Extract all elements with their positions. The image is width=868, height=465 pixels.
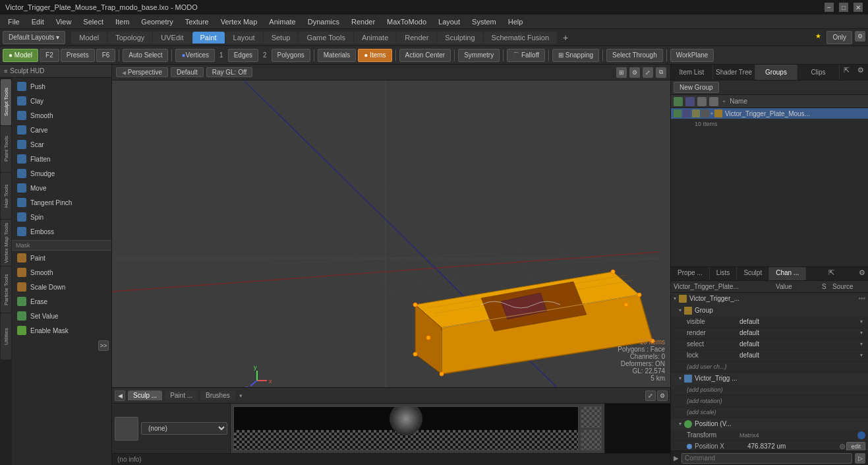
viewport[interactable]: x y z 10 Items Polygons : Face Channels:… — [112, 80, 670, 387]
workplane-btn[interactable]: WorkPlane — [670, 49, 714, 62]
menu-help[interactable]: Help — [503, 16, 529, 27]
tool-move[interactable]: Move — [12, 181, 111, 195]
falloff-btn[interactable]: ⌒ Falloff — [507, 49, 545, 62]
tool-carve[interactable]: Carve — [12, 123, 111, 137]
cmd-run-btn[interactable]: ▷ — [855, 453, 865, 464]
group-header[interactable]: ▾ Group — [671, 305, 868, 317]
tool-smudge[interactable]: Smudge — [12, 166, 111, 181]
prop-pos-x[interactable]: Position X 476.8372 um edit — [671, 441, 868, 451]
add-tab-button[interactable]: + — [558, 31, 573, 44]
materials-btn[interactable]: Materials — [318, 49, 357, 62]
menu-layout[interactable]: Layout — [433, 16, 465, 27]
tool-scale-down[interactable]: Scale Down — [12, 280, 111, 294]
tool-erase[interactable]: Erase — [12, 294, 111, 309]
tab-topology[interactable]: Topology — [107, 32, 152, 44]
model-mode-btn[interactable]: ● Model — [3, 49, 38, 62]
items-btn[interactable]: ● Items — [358, 49, 391, 62]
lock-dropdown-arrow[interactable]: ▾ — [857, 352, 865, 358]
style-btn[interactable]: Default — [171, 67, 204, 77]
menu-dynamics[interactable]: Dynamics — [303, 16, 345, 27]
tab-model[interactable]: Model — [71, 32, 107, 44]
viewport-split-icon[interactable]: ⧉ — [656, 67, 666, 78]
tab-animate[interactable]: Animate — [354, 32, 396, 44]
f6-btn[interactable]: F6 — [96, 49, 116, 62]
select-through-btn[interactable]: Select Through — [606, 49, 663, 62]
raygl-btn[interactable]: Ray GL: Off — [206, 67, 253, 77]
expand-tools-btn[interactable]: >> — [98, 340, 109, 351]
bottom-tab-sculp[interactable]: Sculp ... — [128, 390, 162, 400]
bottom-tab-paint[interactable]: Paint ... — [165, 390, 198, 400]
bottom-expand-icon[interactable]: ◀ — [115, 390, 125, 401]
tab-schematic[interactable]: Schematic Fusion — [484, 32, 557, 44]
action-center-btn[interactable]: Action Center — [399, 49, 451, 62]
ptab-channels[interactable]: Chan ... — [769, 267, 806, 280]
select-dropdown-arrow[interactable]: ▾ — [857, 341, 865, 347]
menu-view[interactable]: View — [51, 16, 77, 27]
bottom-settings-btn[interactable]: ⚙ — [657, 390, 668, 401]
minimize-button[interactable]: − — [825, 3, 834, 12]
perspective-btn[interactable]: ◀ Perspective — [116, 67, 168, 77]
utilities-vtab[interactable]: Utilities — [1, 313, 11, 359]
brushes-dropdown[interactable]: ▾ — [238, 392, 244, 399]
polygons-btn[interactable]: Polygons — [272, 49, 310, 62]
menu-system[interactable]: System — [467, 16, 502, 27]
particle-tools-vtab[interactable]: Particle Tools — [1, 266, 11, 313]
bottom-tab-brushes[interactable]: Brushes — [200, 390, 235, 400]
tool-smooth[interactable]: Smooth — [12, 108, 111, 123]
tool-push[interactable]: Push — [12, 79, 111, 94]
tab-uvedit[interactable]: UVEdit — [153, 32, 191, 44]
settings-icon[interactable]: ⚙ — [855, 31, 865, 42]
group-row-root[interactable]: ▾ Victor_Trigger_Plate_Mous... — [671, 108, 868, 119]
menu-file[interactable]: File — [3, 16, 25, 27]
rtab-groups[interactable]: Groups — [755, 65, 797, 80]
hair-tools-vtab[interactable]: Hair Tools — [1, 173, 11, 219]
auto-select-btn[interactable]: Auto Select — [123, 49, 168, 62]
rtab-item-list[interactable]: Item List — [671, 65, 713, 80]
menu-vertex-map[interactable]: Vertex Map — [216, 16, 263, 27]
tool-scar[interactable]: Scar — [12, 137, 111, 152]
layouts-dropdown[interactable]: Default Layouts ▾ — [3, 31, 65, 44]
tool-clay[interactable]: Clay — [12, 94, 111, 108]
tool-flatten[interactable]: Flatten — [12, 152, 111, 166]
render-dropdown-arrow[interactable]: ▾ — [857, 330, 865, 336]
ptab-settings[interactable]: ⚙ — [856, 267, 868, 280]
f2-btn[interactable]: F2 — [40, 49, 59, 62]
rtab-clips[interactable]: Clips — [797, 65, 840, 80]
menu-maxtomodo[interactable]: MaxToModo — [382, 16, 432, 27]
ptab-properties[interactable]: Prope ... — [671, 267, 710, 280]
vertex-map-tools-vtab[interactable]: Vertex Map Tools — [1, 220, 11, 266]
rtab-settings[interactable]: ⚙ — [854, 65, 868, 80]
tab-sculpting[interactable]: Sculpting — [437, 32, 482, 44]
new-group-btn[interactable]: New Group — [674, 82, 719, 93]
tool-enable-mask[interactable]: Enable Mask — [12, 323, 111, 338]
tool-set-value[interactable]: Set Value — [12, 309, 111, 323]
viewport-settings-icon[interactable]: ⚙ — [629, 67, 640, 78]
ptab-sculpt[interactable]: Sculpt — [737, 267, 769, 280]
close-button[interactable]: ✕ — [854, 3, 863, 12]
tool-mask-paint[interactable]: Paint — [12, 251, 111, 265]
symmetry-btn[interactable]: Symmetry — [458, 49, 500, 62]
visible-dropdown-arrow[interactable]: ▾ — [857, 319, 865, 325]
menu-render[interactable]: Render — [346, 16, 380, 27]
tab-render[interactable]: Render — [397, 32, 436, 44]
tool-tangent-pinch[interactable]: Tangent Pinch — [12, 195, 111, 210]
snapping-btn[interactable]: ⊞ Snapping — [552, 49, 599, 62]
menu-animate[interactable]: Animate — [264, 16, 301, 27]
viewport-fit-icon[interactable]: ⊞ — [616, 67, 627, 78]
rtab-shader-tree[interactable]: Shader Tree — [713, 65, 755, 80]
position-header[interactable]: ▾ Position (V... — [671, 418, 868, 430]
command-input[interactable] — [681, 453, 852, 464]
maximize-button[interactable]: □ — [839, 3, 848, 12]
bottom-maximize-btn[interactable]: ⤢ — [645, 390, 656, 401]
victor-trigger-header[interactable]: ▾ Victor_Trigger_... ••• — [671, 293, 868, 305]
only-btn[interactable]: Only — [826, 31, 852, 44]
ptab-expand[interactable]: ⇱ — [826, 267, 837, 280]
tab-paint[interactable]: Paint — [192, 32, 225, 44]
sculpt-tools-vtab[interactable]: Sculpt Tools — [1, 79, 11, 125]
tool-emboss[interactable]: Emboss — [12, 224, 111, 239]
preset-dropdown[interactable]: (none) — [141, 422, 227, 435]
vertices-btn[interactable]: ● Vertices — [175, 49, 215, 62]
rtab-expand[interactable]: ⇱ — [840, 65, 854, 80]
viewport-maximize-icon[interactable]: ⤢ — [643, 67, 653, 78]
tab-setup[interactable]: Setup — [264, 32, 299, 44]
